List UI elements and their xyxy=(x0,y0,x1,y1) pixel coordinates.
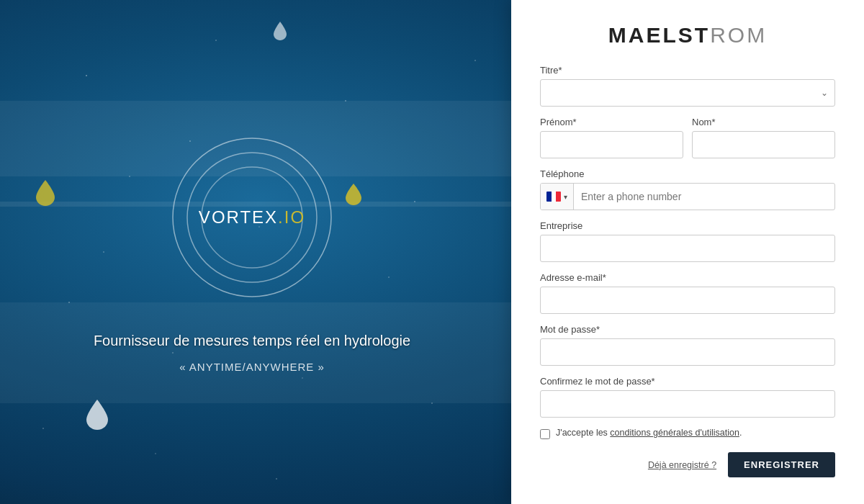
titre-select-wrapper: M. Mme Dr ⌄ xyxy=(540,79,835,107)
brand-name: MAELSTROM xyxy=(608,23,767,47)
telephone-group: Téléphone ▾ xyxy=(540,168,835,210)
prenom-input[interactable] xyxy=(540,131,683,158)
password-group: Mot de passe* xyxy=(540,324,835,366)
nom-input[interactable] xyxy=(692,131,835,158)
left-panel: VORTEX.IO Fournisseur de mesures temps r… xyxy=(0,0,504,504)
phone-input-wrapper: ▾ xyxy=(540,183,835,210)
brand-name-part1: MAELST xyxy=(608,23,710,47)
cgu-label[interactable]: J'accepte les conditions générales d'uti… xyxy=(556,428,742,438)
telephone-label: Téléphone xyxy=(540,168,835,179)
nom-label: Nom* xyxy=(692,117,835,127)
form-actions: Déjà enregistré ? ENREGISTRER xyxy=(540,452,835,477)
prenom-label: Prénom* xyxy=(540,117,683,127)
register-button[interactable]: ENREGISTRER xyxy=(728,452,835,477)
email-group: Adresse e-mail* xyxy=(540,272,835,314)
cgu-link[interactable]: conditions générales d'utilisation xyxy=(610,428,739,438)
email-input[interactable] xyxy=(540,287,835,314)
cgu-text-prefix: J'accepte les xyxy=(556,428,610,438)
entreprise-label: Entreprise xyxy=(540,220,835,231)
already-registered-button[interactable]: Déjà enregistré ? xyxy=(648,460,716,470)
phone-input[interactable] xyxy=(574,186,834,207)
confirm-password-input[interactable] xyxy=(540,390,835,418)
cgu-row: J'accepte les conditions générales d'uti… xyxy=(540,428,835,439)
cgu-checkbox[interactable] xyxy=(540,429,550,439)
confirm-password-label: Confirmez le mot de passe* xyxy=(540,376,835,387)
cgu-text-suffix: . xyxy=(739,428,742,438)
password-label: Mot de passe* xyxy=(540,324,835,335)
phone-flag-selector[interactable]: ▾ xyxy=(541,184,574,210)
nom-group: Nom* xyxy=(692,117,835,158)
subtitle: « ANYTIME/ANYWHERE » xyxy=(179,361,325,373)
vortex-logo: VORTEX.IO xyxy=(166,131,338,304)
tagline: Fournisseur de mesures temps réel en hyd… xyxy=(94,333,410,349)
prenom-nom-row: Prénom* Nom* xyxy=(540,117,835,158)
entreprise-input[interactable] xyxy=(540,235,835,262)
password-input[interactable] xyxy=(540,338,835,366)
vortex-title: VORTEX.IO xyxy=(199,207,305,228)
confirm-password-group: Confirmez le mot de passe* xyxy=(540,376,835,418)
titre-group: Titre* M. Mme Dr ⌄ xyxy=(540,65,835,107)
vortex-dot: .IO xyxy=(278,207,305,227)
titre-label: Titre* xyxy=(540,65,835,76)
flag-france xyxy=(546,192,561,202)
email-label: Adresse e-mail* xyxy=(540,272,835,283)
flag-dropdown-icon: ▾ xyxy=(564,193,567,201)
entreprise-group: Entreprise xyxy=(540,220,835,262)
brand-name-part2: ROM xyxy=(710,23,767,47)
prenom-group: Prénom* xyxy=(540,117,683,158)
registration-form-panel: MAELSTROM Titre* M. Mme Dr ⌄ Prénom* Nom… xyxy=(511,0,864,504)
brand-logo: MAELSTROM xyxy=(540,23,835,48)
titre-select[interactable]: M. Mme Dr xyxy=(540,79,835,107)
